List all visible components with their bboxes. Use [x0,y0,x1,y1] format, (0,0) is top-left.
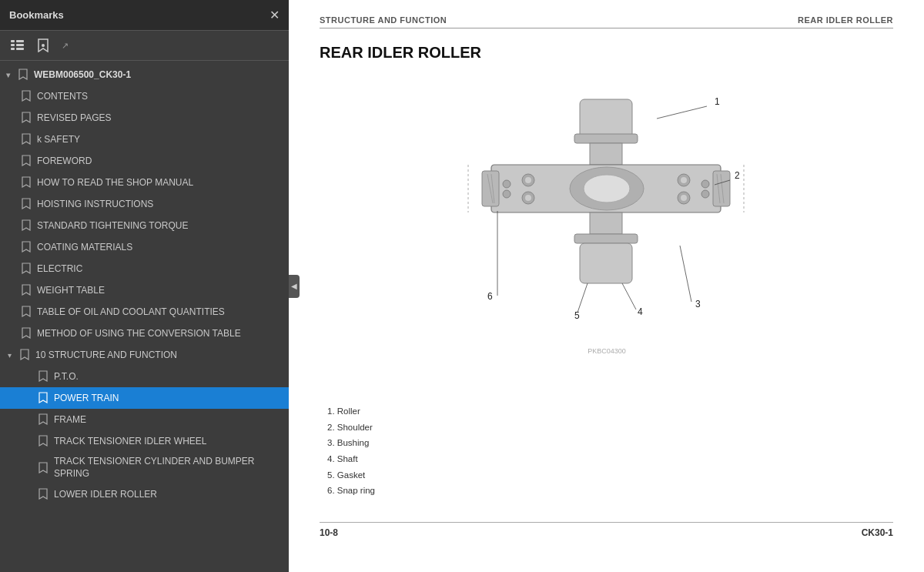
bookmark-item-tightening[interactable]: STANDARD TIGHTENING TORQUE [0,215,289,236]
svg-point-32 [701,180,709,188]
root-item-label: WEBM006500_CK30-1 [34,69,131,80]
bookmark-icon [38,462,49,474]
main-content: STRUCTURE AND FUNCTION REAR IDLER ROLLER… [289,0,924,572]
svg-point-19 [525,177,531,183]
svg-text:4: 4 [638,306,643,317]
item-label: STANDARD TIGHTENING TORQUE [37,220,188,231]
bookmark-icon [22,306,32,318]
svg-point-12 [584,175,630,202]
svg-line-37 [657,106,707,119]
bookmark-list: ▾ WEBM006500_CK30-1 CONTENTS REVISED PAG… [0,61,289,572]
bookmark-item-power-train[interactable]: POWER TRAIN [0,387,289,409]
svg-point-31 [503,190,511,198]
item-label: COATING MATERIALS [37,242,132,253]
item-label: 10 STRUCTURE AND FUNCTION [35,350,177,360]
svg-text:6: 6 [487,291,493,302]
bookmark-item-weight-table[interactable]: WEIGHT TABLE [0,279,289,301]
bookmark-item-lower-idler[interactable]: LOWER IDLER ROLLER [0,483,289,505]
svg-rect-28 [574,234,638,243]
svg-rect-27 [590,212,622,234]
svg-rect-14 [713,171,730,206]
bookmark-icon [38,435,49,447]
bookmark-icon [22,198,32,210]
bookmark-item-pto[interactable]: P.T.O. [0,366,289,387]
bookmark-root-item[interactable]: ▾ WEBM006500_CK30-1 [0,64,289,85]
bookmark-item-coating[interactable]: COATING MATERIALS [0,236,289,258]
svg-point-30 [503,180,511,188]
bookmark-icon [22,90,32,102]
svg-rect-13 [482,171,499,206]
chevron-down-icon: ▾ [8,351,17,360]
svg-point-21 [681,177,687,183]
bookmark-item-electric[interactable]: ELECTRIC [0,258,289,279]
item-label: REVISED PAGES [37,112,111,123]
bookmark-item-track-tensioner-idler[interactable]: TRACK TENSIONER IDLER WHEEL [0,430,289,452]
bookmark-icon [22,219,32,232]
sidebar-title: Bookmarks [9,9,64,21]
bookmark-item-foreword[interactable]: FOREWORD [0,150,289,172]
item-label: POWER TRAIN [54,393,119,403]
bookmark-icon [38,392,49,404]
bookmark-icon [22,284,32,296]
bookmark-item-conversion[interactable]: METHOD OF USING THE CONVERSION TABLE [0,323,289,344]
page-number: 10-8 [320,527,338,538]
svg-point-20 [525,195,531,201]
page-title: REAR IDLER ROLLER [320,44,893,62]
item-label: LOWER IDLER ROLLER [54,489,157,500]
svg-rect-0 [11,40,15,42]
bookmark-item-structure-fn[interactable]: ▾ 10 STRUCTURE AND FUNCTION [0,344,289,366]
bookmark-icon [22,112,32,124]
collapse-arrow-icon: ◀ [291,282,297,290]
item-label: TRACK TENSIONER CYLINDER AND BUMPER SPRI… [54,456,283,480]
bookmark-item-how-to-read[interactable]: HOW TO READ THE SHOP MANUAL [0,172,289,193]
svg-line-41 [680,246,691,302]
bookmark-item-frame[interactable]: FRAME [0,409,289,430]
item-label: FOREWORD [37,156,92,166]
sidebar-toolbar: ↗ [0,31,289,61]
svg-rect-4 [11,48,15,50]
bookmark-icon [18,69,29,81]
bookmark-item-track-tensioner-cylinder[interactable]: TRACK TENSIONER CYLINDER AND BUMPER SPRI… [0,452,289,483]
svg-rect-8 [574,134,638,143]
svg-rect-2 [11,44,15,46]
legend-item-1: 1. Roller [327,403,893,420]
bookmark-view-button[interactable] [34,37,52,54]
svg-rect-3 [16,44,24,46]
sidebar-close-button[interactable]: ✕ [270,8,280,22]
list-view-button[interactable] [8,38,28,53]
legend-item-3: 3. Bushing [327,435,893,451]
document-code: CK30-1 [862,527,893,538]
item-label: ELECTRIC [37,263,82,274]
legend-item-5: 5. Gasket [327,467,893,483]
svg-point-6 [42,44,45,47]
diagram-container: 1 2 3 4 5 6 PKBC04300 [320,80,893,388]
collapse-sidebar-button[interactable]: ◀ [289,275,300,298]
bookmark-item-contents[interactable]: CONTENTS [0,85,289,107]
sidebar-header: Bookmarks ✕ [0,0,289,31]
page-header: STRUCTURE AND FUNCTION REAR IDLER ROLLER [320,15,893,28]
svg-text:1: 1 [715,96,720,107]
svg-text:2: 2 [735,170,740,181]
item-label: P.T.O. [54,371,79,382]
rear-idler-roller-diagram: 1 2 3 4 5 6 PKBC04300 [460,80,753,388]
bookmark-item-k-safety[interactable]: k SAFETY [0,129,289,150]
bookmark-item-revised-pages[interactable]: REVISED PAGES [0,107,289,129]
page-header-left: STRUCTURE AND FUNCTION [320,15,447,25]
legend-item-4: 4. Shaft [327,451,893,467]
svg-rect-9 [590,143,622,165]
svg-text:PKBC04300: PKBC04300 [588,347,626,355]
bookmark-icon [38,488,49,500]
bookmark-item-hoisting[interactable]: HOISTING INSTRUCTIONS [0,193,289,215]
item-label: TRACK TENSIONER IDLER WHEEL [54,436,206,447]
svg-line-43 [622,283,636,309]
svg-text:5: 5 [574,310,580,321]
bookmark-icon [22,241,32,253]
cursor-indicator: ↗ [62,41,69,51]
bookmark-item-oil-coolant[interactable]: TABLE OF OIL AND COOLANT QUANTITIES [0,301,289,323]
svg-rect-1 [16,40,24,42]
svg-line-45 [578,283,588,313]
bookmark-icon [22,176,32,189]
bookmark-icon [22,155,32,167]
bookmark-icon [38,370,49,383]
item-label: FRAME [54,414,86,425]
